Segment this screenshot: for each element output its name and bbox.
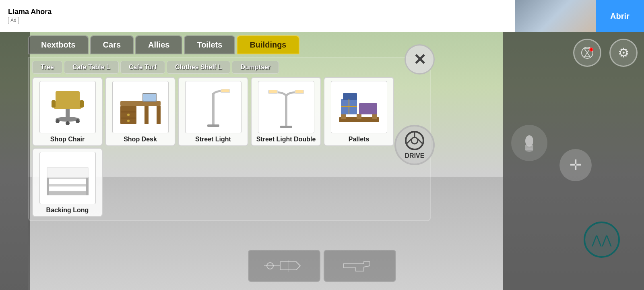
steering-wheel-icon xyxy=(405,130,425,151)
svg-rect-37 xyxy=(372,114,377,119)
items-grid: Shop Chair xyxy=(32,77,427,146)
ad-content: Llama Ahora Ad xyxy=(8,8,52,24)
svg-point-55 xyxy=(525,148,533,152)
svg-rect-6 xyxy=(56,91,80,104)
settings-button[interactable]: ⚙ xyxy=(609,39,638,67)
svg-rect-32 xyxy=(295,90,303,93)
tab-nextbots[interactable]: Nextbots xyxy=(28,35,89,54)
svg-rect-12 xyxy=(52,100,56,108)
street-light-icon xyxy=(189,85,237,129)
move-button[interactable]: ✛ xyxy=(559,149,592,181)
svg-line-3 xyxy=(407,139,411,144)
ammo-button[interactable] xyxy=(511,125,547,161)
subcategory-cafe-table-l[interactable]: Cafe Table L xyxy=(64,61,119,74)
svg-rect-7 xyxy=(66,109,70,117)
svg-rect-35 xyxy=(341,114,346,119)
item-label-shop-chair: Shop Chair xyxy=(50,136,85,143)
items-grid-row2: Backing Long xyxy=(32,148,427,217)
item-label-shop-desk: Shop Desk xyxy=(124,136,157,143)
hourglass-icon xyxy=(579,45,595,61)
tab-toilets[interactable]: Toilets xyxy=(184,35,235,54)
backing-long-icon xyxy=(43,156,92,200)
item-shop-chair[interactable]: Shop Chair xyxy=(32,77,103,146)
svg-rect-33 xyxy=(280,126,292,128)
move-arrows-icon: ✛ xyxy=(570,157,582,174)
svg-point-52 xyxy=(590,48,592,51)
svg-rect-23 xyxy=(143,94,156,101)
svg-point-9 xyxy=(56,119,60,123)
item-preview-shop-desk xyxy=(112,81,169,133)
weapon-slot-1-icon xyxy=(260,256,308,276)
item-label-backing-long: Backing Long xyxy=(46,207,89,214)
svg-point-19 xyxy=(127,120,130,122)
subcategory-row: Tree Cafe Table L Cafe Turf Clothes Shel… xyxy=(32,61,427,74)
item-preview-street-light xyxy=(185,81,242,133)
items-area: Tree Cafe Table L Cafe Turf Clothes Shel… xyxy=(28,57,431,221)
gear-icon: ⚙ xyxy=(618,45,630,60)
tab-buildings[interactable]: Buildings xyxy=(237,35,299,54)
ad-right: Abrir xyxy=(515,0,644,32)
svg-rect-30 xyxy=(269,90,277,93)
tab-allies[interactable]: Allies xyxy=(135,35,182,54)
svg-rect-39 xyxy=(359,103,377,114)
svg-rect-44 xyxy=(47,184,89,186)
svg-rect-21 xyxy=(157,106,161,124)
item-street-light-double[interactable]: Street Light Double xyxy=(251,77,321,146)
svg-point-18 xyxy=(127,114,130,116)
svg-rect-27 xyxy=(207,124,219,127)
svg-rect-43 xyxy=(47,191,89,195)
record-button[interactable] xyxy=(573,39,601,67)
item-preview-street-light-double xyxy=(258,81,314,133)
svg-rect-47 xyxy=(86,177,89,195)
item-preview-pallets xyxy=(331,81,387,133)
close-icon: ✕ xyxy=(413,52,426,67)
pallets-icon xyxy=(335,85,383,129)
subcategory-cafe-turf[interactable]: Cafe Turf xyxy=(120,61,165,74)
ad-open-button[interactable]: Abrir xyxy=(596,0,644,32)
subcategory-tree[interactable]: Tree xyxy=(32,61,62,74)
weapon-slots xyxy=(248,250,396,282)
ad-badge: Ad xyxy=(8,17,19,24)
svg-rect-40 xyxy=(343,93,357,100)
weapon-slot-2[interactable] xyxy=(324,250,396,282)
svg-rect-46 xyxy=(47,177,49,195)
ad-image xyxy=(515,0,596,32)
hud-top-icons: ⚙ xyxy=(573,39,638,67)
subcategory-clothes-shelf-l[interactable]: Clothes Shelf L xyxy=(167,61,230,74)
weapon-slot-1[interactable] xyxy=(248,250,320,282)
svg-line-4 xyxy=(418,139,423,144)
svg-rect-24 xyxy=(212,93,215,125)
svg-rect-13 xyxy=(80,100,84,108)
item-label-street-light: Street Light xyxy=(195,136,231,143)
side-panel-left xyxy=(0,32,30,290)
ad-title: Llama Ahora xyxy=(8,8,52,16)
item-shop-desk[interactable]: Shop Desk xyxy=(105,77,175,146)
svg-point-11 xyxy=(76,119,80,123)
svg-rect-26 xyxy=(221,89,229,92)
svg-rect-28 xyxy=(285,95,287,126)
item-preview-shop-chair xyxy=(39,81,96,133)
svg-rect-49 xyxy=(47,168,88,177)
street-light-double-icon xyxy=(262,85,310,129)
item-label-street-light-double: Street Light Double xyxy=(256,136,316,143)
drive-label: DRIVE xyxy=(405,152,425,160)
weapon-slot-2-icon xyxy=(336,256,384,276)
shop-chair-icon xyxy=(43,85,92,129)
svg-point-53 xyxy=(525,135,533,147)
subcategory-dumptser[interactable]: Dumptser xyxy=(232,61,279,74)
item-backing-long[interactable]: Backing Long xyxy=(32,148,103,217)
close-button[interactable]: ✕ xyxy=(405,44,435,75)
item-label-pallets: Pallets xyxy=(349,136,369,143)
ad-bar: Llama Ahora Ad Abrir xyxy=(0,0,644,32)
item-preview-backing-long xyxy=(39,152,96,204)
shop-desk-icon xyxy=(116,85,165,129)
svg-point-10 xyxy=(66,121,70,125)
svg-rect-36 xyxy=(357,114,361,119)
tab-cars[interactable]: Cars xyxy=(90,35,134,54)
bullet-icon xyxy=(518,132,541,154)
item-pallets[interactable]: Pallets xyxy=(324,77,394,146)
item-street-light[interactable]: Street Light xyxy=(178,77,248,146)
svg-rect-5 xyxy=(54,103,82,109)
drive-button[interactable]: DRIVE xyxy=(394,125,435,165)
svg-point-1 xyxy=(411,137,418,144)
